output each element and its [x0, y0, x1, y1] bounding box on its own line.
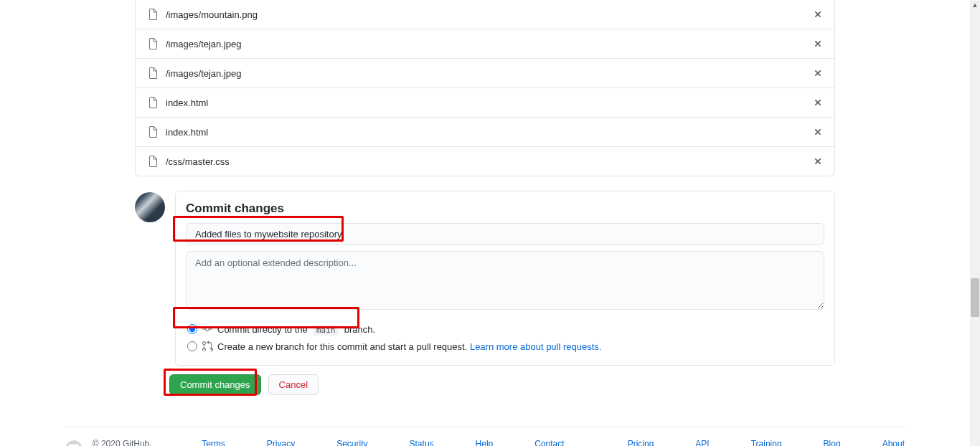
option-direct-prefix: Commit directly to the [217, 324, 308, 335]
git-pull-request-icon [202, 341, 213, 352]
footer-copyright: © 2020 GitHub, Inc. [93, 439, 167, 446]
footer-link[interactable]: Security [336, 439, 367, 446]
file-icon [147, 126, 159, 138]
avatar[interactable] [135, 192, 165, 222]
footer-link[interactable]: API [695, 439, 709, 446]
close-icon[interactable] [813, 39, 823, 49]
file-row: index.html [136, 87, 834, 117]
file-icon [147, 97, 159, 108]
radio-newbranch[interactable] [187, 341, 197, 351]
file-name: /images/mountain.png [166, 9, 813, 20]
file-icon [147, 9, 159, 20]
file-icon [147, 38, 159, 49]
close-icon[interactable] [813, 156, 823, 166]
footer-link[interactable]: Pricing [628, 439, 654, 446]
close-icon[interactable] [813, 68, 823, 78]
file-list: /images/mountain.png /images/tejan.jpeg … [135, 0, 835, 176]
close-icon[interactable] [813, 127, 823, 137]
file-name: /css/master.css [166, 156, 813, 167]
learn-more-link[interactable]: Learn more about pull requests. [470, 341, 602, 352]
footer-link[interactable]: About [882, 439, 905, 446]
file-row: index.html [136, 117, 834, 146]
option-newbranch-text: Create a new branch for this commit and … [217, 341, 467, 352]
branch-badge: main [313, 325, 339, 336]
commit-summary-input[interactable] [186, 223, 824, 245]
footer-link[interactable]: Terms [202, 439, 225, 446]
commit-option-direct[interactable]: Commit directly to the main branch. [186, 321, 824, 338]
cancel-button[interactable]: Cancel [268, 374, 319, 395]
commit-description-input[interactable] [186, 251, 824, 310]
footer: © 2020 GitHub, Inc. TermsPrivacySecurity… [65, 439, 905, 446]
file-icon [147, 67, 159, 79]
footer-link[interactable]: Help [476, 439, 494, 446]
file-icon [147, 156, 159, 167]
commit-box: Commit changes Commit directly to the ma… [175, 191, 835, 366]
footer-link[interactable]: Contact GitHub [534, 439, 585, 446]
radio-direct[interactable] [187, 324, 197, 334]
footer-link[interactable]: Status [410, 439, 434, 446]
file-name: index.html [166, 127, 813, 138]
commit-option-newbranch[interactable]: Create a new branch for this commit and … [186, 338, 824, 355]
file-name: /images/tejan.jpeg [166, 39, 813, 49]
file-row: /images/tejan.jpeg [136, 29, 834, 58]
footer-link[interactable]: Privacy [267, 439, 295, 446]
file-row: /images/mountain.png [136, 0, 834, 29]
footer-links: TermsPrivacySecurityStatusHelpContact Gi… [202, 439, 905, 446]
footer-link[interactable]: Blog [824, 439, 841, 446]
github-logo-icon[interactable] [65, 440, 83, 446]
option-direct-suffix: branch. [344, 324, 375, 335]
commit-button[interactable]: Commit changes [169, 374, 261, 395]
file-row: /images/tejan.jpeg [136, 58, 834, 87]
git-commit-icon [202, 323, 213, 335]
file-row: /css/master.css [136, 146, 834, 176]
close-icon[interactable] [813, 98, 823, 108]
file-name: /images/tejan.jpeg [166, 68, 813, 79]
footer-link[interactable]: Training [751, 439, 782, 446]
close-icon[interactable] [813, 9, 823, 19]
commit-heading: Commit changes [186, 201, 824, 216]
file-name: index.html [166, 98, 813, 108]
